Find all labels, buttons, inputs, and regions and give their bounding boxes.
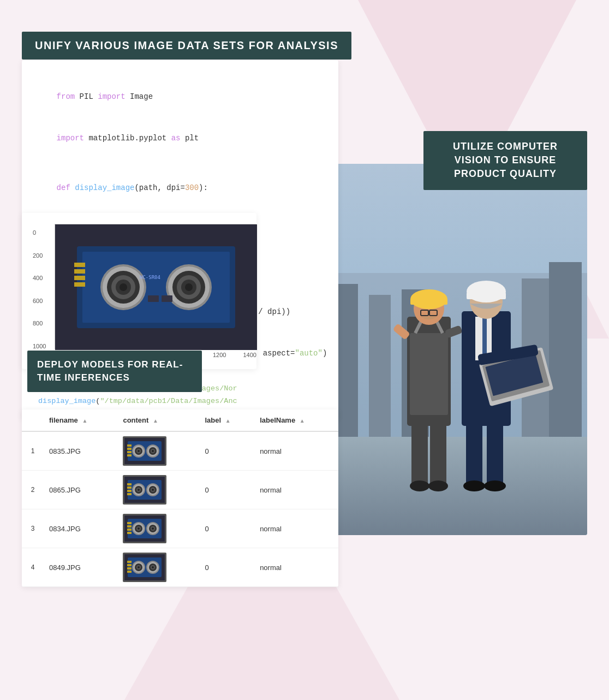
y-label-400: 400: [33, 275, 52, 281]
svg-point-36: [463, 480, 485, 491]
svg-point-86: [138, 489, 140, 491]
svg-rect-95: [127, 525, 132, 527]
table-row: 30834.JPG 0normal: [22, 509, 338, 548]
svg-rect-41: [74, 263, 85, 267]
svg-point-123: [152, 566, 154, 568]
svg-rect-65: [127, 454, 132, 456]
data-table-container: filename ▲ content ▲ label ▲ labelName ▲…: [22, 410, 338, 587]
cell-label: 0: [199, 509, 254, 548]
title-badge: UNIFY VARIOUS IMAGE DATA SETS FOR ANALYS…: [22, 32, 351, 60]
svg-rect-97: [127, 532, 132, 534]
x-label-1200: 1200: [213, 352, 226, 358]
svg-rect-34: [466, 415, 482, 486]
sensor-thumbnail: [123, 514, 166, 543]
sort-arrow-content[interactable]: ▲: [153, 418, 158, 424]
svg-rect-22: [482, 317, 487, 355]
svg-rect-1: [314, 437, 587, 535]
code-block-def: def display_image(path, dpi=300):: [38, 168, 322, 209]
code-keyword-import2: import: [57, 134, 84, 143]
industry-photo: [314, 164, 587, 535]
col-label-label: label: [205, 416, 221, 424]
col-header-label[interactable]: label ▲: [199, 410, 254, 431]
sensor-chart: 0 200 400 600 800 1000: [33, 224, 246, 358]
svg-rect-96: [127, 529, 132, 531]
svg-rect-42: [74, 269, 85, 274]
sort-arrow-label[interactable]: ▲: [225, 418, 231, 424]
cell-labelname: normal: [254, 431, 338, 471]
svg-rect-94: [127, 522, 132, 524]
svg-rect-64: [127, 451, 132, 453]
svg-point-75: [152, 450, 154, 452]
col-header-labelname[interactable]: labelName ▲: [254, 410, 338, 431]
svg-rect-62: [127, 444, 132, 447]
industry-photo-svg: [314, 164, 587, 535]
x-label-1400: 1400: [243, 352, 256, 358]
chart-y-labels: 0 200 400 600 800 1000: [33, 229, 52, 349]
y-label-1000: 1000: [33, 343, 52, 349]
code-keyword-from: from: [57, 92, 75, 101]
cell-rownum: 4: [22, 548, 44, 587]
svg-rect-63: [127, 448, 132, 450]
chart-area: HC-SR04: [55, 224, 256, 349]
title-badge-text: UNIFY VARIOUS IMAGE DATA SETS FOR ANALYS…: [35, 39, 338, 51]
svg-point-56: [185, 283, 193, 291]
cell-filename: 0834.JPG: [44, 509, 117, 548]
data-table: filename ▲ content ▲ label ▲ labelName ▲…: [22, 410, 338, 587]
deploy-badge-text: DEPLOY MODELS FOR REAL-TIME INFERENCES: [37, 359, 183, 383]
y-label-600: 600: [33, 298, 52, 304]
cell-rownum: 2: [22, 471, 44, 509]
svg-rect-31: [430, 420, 446, 486]
sensor-thumbnail: [123, 475, 166, 505]
deploy-badge: DEPLOY MODELS FOR REAL-TIME INFERENCES: [27, 351, 202, 392]
svg-rect-113: [127, 571, 132, 573]
svg-point-32: [410, 480, 429, 491]
svg-point-70: [138, 450, 140, 452]
cell-rownum: 1: [22, 431, 44, 471]
table-row: 10835.JPG 0normal: [22, 431, 338, 471]
cell-content: [117, 431, 199, 471]
cell-label: 0: [199, 548, 254, 587]
col-label-content: content: [123, 416, 148, 424]
table-body: 10835.JPG 0normal20865.JPG: [22, 431, 338, 587]
cv-badge: UTILIZE COMPUTER VISION TO ENSURE PRODUC…: [423, 131, 587, 190]
svg-text:HC-SR04: HC-SR04: [140, 275, 160, 280]
svg-rect-81: [127, 493, 132, 495]
cell-label: 0: [199, 471, 254, 509]
svg-rect-78: [127, 483, 132, 485]
cell-rownum: 3: [22, 509, 44, 548]
code-keyword-def: def: [57, 183, 70, 192]
cell-labelname: normal: [254, 471, 338, 509]
svg-point-37: [484, 480, 506, 491]
svg-rect-80: [127, 490, 132, 492]
svg-rect-111: [127, 564, 132, 566]
y-label-0: 0: [33, 229, 52, 236]
svg-rect-7: [549, 262, 582, 437]
col-header-filename[interactable]: filename ▲: [44, 410, 117, 431]
table-row: 20865.JPG 0normal: [22, 471, 338, 509]
cell-content: [117, 509, 199, 548]
table-header-row: filename ▲ content ▲ label ▲ labelName ▲: [22, 410, 338, 431]
col-header-content[interactable]: content ▲: [117, 410, 199, 431]
cell-labelname: normal: [254, 509, 338, 548]
code-call-line2: display_image("/tmp/data/pcb1/Data/Image…: [38, 395, 322, 408]
cell-content: [117, 471, 199, 509]
svg-rect-35: [487, 420, 503, 486]
sort-arrow-filename[interactable]: ▲: [82, 418, 87, 424]
table-row: 40849.JPG 0normal: [22, 548, 338, 587]
svg-rect-112: [127, 567, 132, 570]
y-label-200: 200: [33, 252, 52, 259]
svg-rect-43: [74, 276, 85, 280]
cell-filename: 0865.JPG: [44, 471, 117, 509]
svg-point-33: [428, 480, 448, 491]
sensor-thumbnail: [123, 436, 166, 466]
svg-rect-110: [127, 561, 132, 563]
svg-rect-14: [410, 299, 447, 305]
svg-rect-30: [411, 420, 428, 486]
code-keyword-import1: import: [98, 92, 125, 101]
svg-rect-44: [74, 282, 85, 287]
sort-arrow-labelname[interactable]: ▲: [300, 418, 305, 424]
svg-rect-79: [127, 487, 132, 489]
sensor-chart-panel: 0 200 400 600 800 1000: [22, 213, 256, 369]
svg-point-50: [120, 283, 127, 291]
svg-rect-58: [148, 295, 159, 302]
